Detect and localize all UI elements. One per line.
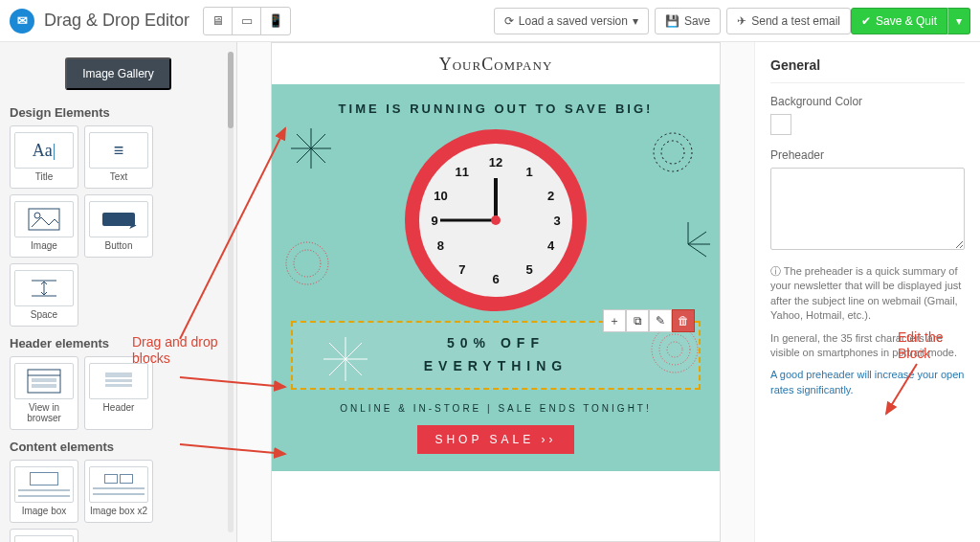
- tile-label: Button: [89, 240, 148, 251]
- scrollbar-thumb[interactable]: [228, 52, 234, 128]
- svg-rect-7: [32, 378, 56, 382]
- help-link[interactable]: A good preheader will increase your open…: [770, 369, 964, 395]
- imagebox-icon: [14, 466, 74, 503]
- browser-icon: [14, 363, 74, 399]
- block-toolbar: ＋ ⧉ ✎ 🗑: [603, 309, 695, 332]
- svg-point-22: [286, 242, 328, 284]
- save-label: Save: [684, 14, 710, 28]
- panel-title: General: [770, 57, 965, 83]
- svg-point-23: [294, 250, 321, 277]
- email-preview[interactable]: YourCompany TIME IS RUNNING OUT TO SAVE …: [271, 42, 721, 542]
- burst-icon: [281, 237, 333, 289]
- sidebar: Image Gallery Design Elements Aa|Title ≡…: [0, 42, 237, 542]
- bgcolor-swatch[interactable]: [770, 114, 791, 135]
- sidebar-scrollbar[interactable]: [228, 52, 234, 532]
- tile-title[interactable]: Aa|Title: [10, 125, 78, 189]
- tile-label: Image box x2: [89, 506, 148, 516]
- preheader-textarea[interactable]: [770, 168, 965, 250]
- section-header-heading: Header elements: [10, 336, 227, 350]
- shop-sale-button[interactable]: SHOP SALE ››: [417, 425, 573, 454]
- hero-section: TIME IS RUNNING OUT TO SAVE BIG! 12123 4…: [272, 84, 720, 471]
- canvas: YourCompany TIME IS RUNNING OUT TO SAVE …: [237, 42, 754, 542]
- app-logo-icon: ✉: [10, 9, 34, 34]
- brand-header: YourCompany: [272, 43, 720, 84]
- promo-line-2: EVERYTHING: [302, 355, 689, 378]
- help-text-2: In general, the 35 first characters are …: [770, 331, 965, 361]
- load-version-label: Load a saved version: [519, 14, 628, 28]
- bgcolor-label: Background Color: [770, 95, 965, 108]
- svg-rect-11: [105, 384, 132, 387]
- imagebox3-icon: [14, 535, 74, 542]
- block-add-button[interactable]: ＋: [603, 309, 626, 332]
- svg-rect-10: [105, 379, 132, 382]
- text-icon: ≡: [89, 132, 148, 169]
- tile-text[interactable]: ≡Text: [84, 125, 153, 189]
- svg-point-1: [34, 213, 40, 218]
- save-quit-button[interactable]: ✔ Save & Quit: [851, 8, 947, 34]
- properties-panel: General Background Color Preheader ⓘ The…: [754, 42, 980, 542]
- section-design-heading: Design Elements: [10, 105, 227, 120]
- app-title: Drag & Drop Editor: [44, 11, 189, 31]
- help-text-1: ⓘ The preheader is a quick summary of yo…: [770, 264, 965, 324]
- burst-icon: [662, 218, 714, 270]
- section-content-heading: Content elements: [10, 440, 227, 454]
- svg-line-13: [311, 134, 325, 148]
- tile-label: Text: [89, 171, 148, 182]
- tile-space[interactable]: Space: [10, 263, 78, 327]
- hero-subline: ONLINE & IN-STORE | SALE ENDS TONIGHT!: [291, 403, 701, 414]
- tablet-view-button[interactable]: ▭: [233, 8, 261, 34]
- svg-line-34: [688, 244, 706, 257]
- send-test-label: Send a test email: [751, 14, 840, 28]
- send-test-button[interactable]: ✈ Send a test email: [726, 8, 851, 34]
- desktop-view-button[interactable]: 🖥: [204, 8, 233, 34]
- promo-block-selected[interactable]: ＋ ⧉ ✎ 🗑 50% OFF EVERYTHING: [291, 321, 701, 390]
- block-duplicate-button[interactable]: ⧉: [626, 309, 649, 332]
- load-version-button[interactable]: ⟳ Load a saved version ▾: [494, 8, 649, 34]
- tile-imagebox-x2[interactable]: Image box x2: [84, 460, 153, 523]
- top-toolbar: ✉ Drag & Drop Editor 🖥 ▭ 📱 ⟳ Load a save…: [0, 0, 980, 42]
- title-icon: Aa|: [14, 132, 74, 169]
- tile-label: Header: [89, 402, 148, 413]
- tile-label: View in browser: [14, 402, 74, 423]
- tile-image[interactable]: Image: [10, 194, 78, 258]
- clock-graphic: 12123 4567 891011: [405, 129, 587, 311]
- svg-point-21: [661, 141, 684, 164]
- tile-label: Title: [14, 171, 74, 182]
- block-delete-button[interactable]: 🗑: [672, 309, 695, 332]
- save-quit-caret[interactable]: ▾: [947, 8, 970, 34]
- viewport-toggle: 🖥 ▭ 📱: [203, 7, 291, 35]
- hero-headline: TIME IS RUNNING OUT TO SAVE BIG!: [291, 102, 701, 116]
- burst-icon: [647, 126, 699, 178]
- save-button[interactable]: 💾 Save: [655, 8, 721, 34]
- tile-imagebox[interactable]: Image box: [10, 460, 78, 523]
- svg-line-15: [311, 148, 325, 163]
- save-quit-label: Save & Quit: [876, 14, 937, 28]
- tile-view-browser[interactable]: View in browser: [10, 356, 78, 430]
- button-icon: ➤: [89, 201, 148, 237]
- tile-button[interactable]: ➤Button: [84, 194, 153, 258]
- svg-rect-9: [105, 373, 132, 377]
- svg-line-32: [688, 232, 706, 244]
- tile-label: Space: [14, 309, 74, 320]
- promo-line-1: 50% OFF: [302, 332, 689, 355]
- tile-header[interactable]: Header: [84, 356, 153, 430]
- tile-label: Image box: [14, 506, 74, 516]
- header-icon: [89, 363, 148, 399]
- svg-line-17: [297, 148, 311, 163]
- svg-line-19: [297, 134, 311, 148]
- mobile-view-button[interactable]: 📱: [261, 8, 290, 34]
- block-edit-button[interactable]: ✎: [649, 309, 672, 332]
- svg-rect-8: [32, 384, 56, 388]
- space-icon: [14, 270, 74, 306]
- image-icon: [14, 201, 74, 237]
- preheader-label: Preheader: [770, 148, 965, 162]
- tile-label: Image: [14, 240, 74, 251]
- svg-point-20: [654, 133, 692, 171]
- tile-imagebox-x3[interactable]: Image box x3: [10, 529, 78, 542]
- burst-icon: [285, 123, 337, 174]
- image-gallery-button[interactable]: Image Gallery: [65, 57, 171, 90]
- imagebox2-icon: [89, 466, 148, 503]
